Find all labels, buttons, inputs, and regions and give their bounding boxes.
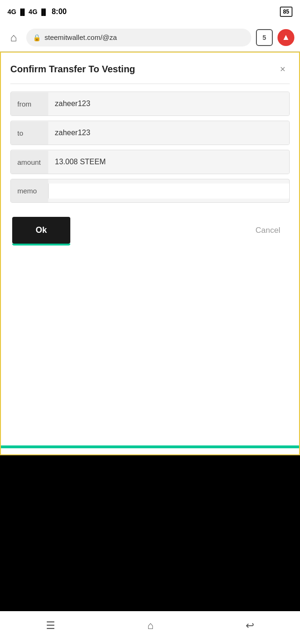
to-field-row: to zaheer123	[10, 121, 290, 145]
address-bar[interactable]: 🔒 steemitwallet.com/@za	[26, 29, 251, 46]
upload-button[interactable]: ▲	[278, 29, 294, 46]
back-nav-icon: ↩	[246, 620, 254, 631]
dialog-title: Confirm Transfer To Vesting	[10, 64, 135, 75]
dialog-header: Confirm Transfer To Vesting ×	[10, 62, 290, 76]
menu-icon: ☰	[46, 620, 55, 631]
teal-accent-bar	[1, 445, 299, 448]
empty-content-area	[1, 258, 299, 445]
to-label: to	[11, 122, 48, 145]
memo-value[interactable]	[48, 184, 289, 199]
amount-label: amount	[11, 151, 48, 174]
back-nav-button[interactable]: ↩	[246, 620, 254, 632]
time-display: 8:00	[52, 8, 67, 16]
home-nav-button[interactable]: ⌂	[147, 620, 153, 632]
status-bar: 4G ▐▌ 4G ▐▌ 8:00 85	[0, 0, 300, 23]
amount-value: 13.008 STEEM	[48, 150, 289, 174]
close-icon: ×	[280, 64, 285, 75]
upload-icon: ▲	[282, 32, 290, 42]
from-value: zaheer123	[48, 92, 289, 115]
signal-bars1: ▐▌	[18, 8, 27, 15]
bottom-nav: ☰ ⌂ ↩	[0, 611, 300, 644]
signal-info: 4G ▐▌ 4G ▐▌ 8:00	[8, 8, 67, 16]
memo-field-row: memo	[10, 179, 290, 203]
tab-count-button[interactable]: 5	[256, 29, 273, 46]
browser-bar: ⌂ 🔒 steemitwallet.com/@za 5 ▲	[0, 23, 300, 52]
signal-bars2: ▐▌	[39, 8, 48, 15]
home-nav-icon: ⌂	[147, 620, 153, 631]
signal1-label: 4G	[8, 8, 16, 15]
amount-field-row: amount 13.008 STEEM	[10, 150, 290, 174]
battery-indicator: 85	[280, 7, 292, 17]
header-divider	[10, 84, 290, 84]
address-text: steemitwallet.com/@za	[45, 33, 245, 41]
tab-count-label: 5	[262, 34, 266, 41]
main-content: Confirm Transfer To Vesting × from zahee…	[0, 52, 300, 455]
browser-home-button[interactable]: ⌂	[6, 30, 22, 46]
button-row: Ok Cancel	[10, 217, 290, 244]
signal2-label: 4G	[29, 8, 38, 15]
black-area	[0, 455, 300, 564]
close-button[interactable]: ×	[276, 62, 290, 76]
confirm-transfer-dialog: Confirm Transfer To Vesting × from zahee…	[1, 53, 299, 258]
cancel-button[interactable]: Cancel	[248, 221, 288, 240]
status-right: 85	[280, 7, 292, 17]
to-value: zaheer123	[48, 121, 289, 145]
lock-icon: 🔒	[33, 34, 41, 41]
ok-button[interactable]: Ok	[12, 217, 70, 244]
menu-nav-button[interactable]: ☰	[46, 620, 55, 632]
home-icon: ⌂	[10, 31, 17, 44]
memo-label: memo	[11, 179, 48, 202]
from-label: from	[11, 92, 48, 115]
from-field-row: from zaheer123	[10, 92, 290, 116]
battery-level: 85	[283, 8, 289, 15]
